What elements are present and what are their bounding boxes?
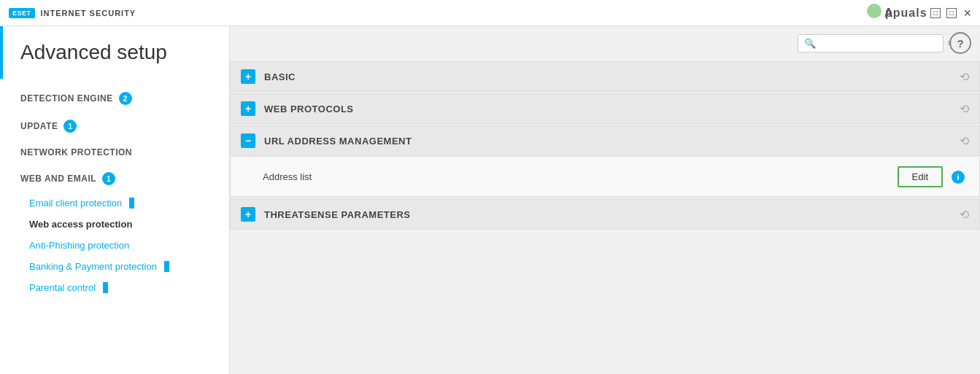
threatsense-toggle-icon[interactable]: + [241,207,255,222]
sidebar-item-network-protection[interactable]: NETWORK PROTECTION [0,140,229,165]
svg-point-0 [867,4,881,18]
sidebar-item-update[interactable]: UPDATE 1 [0,112,229,140]
url-mgmt-content: Address list Edit i [230,157,980,198]
nav-item-label: DETECTION ENGINE [20,93,113,104]
eset-badge: ESET [9,8,35,18]
eset-logo: ESET INTERNET SECURITY [9,8,136,18]
appuals-logo: ppuals A [852,2,940,24]
sidebar-item-banking-payment[interactable]: Banking & Payment protection 1 [0,256,229,277]
edit-button[interactable]: Edit [898,166,943,187]
product-name: INTERNET SECURITY [41,9,136,17]
web-protocols-toggle-icon[interactable]: + [241,101,255,116]
section-basic[interactable]: + BASIC ⟲ [230,61,980,92]
web-and-email-badge: 1 [102,172,115,185]
sub-item-label: Web access protection [29,219,132,230]
web-protocols-title: WEB PROTOCOLS [264,104,952,114]
sidebar: Advanced setup DETECTION ENGINE 2 UPDATE… [0,26,230,374]
parental-badge: 1 [103,282,108,293]
sub-item-label: Email client protection [29,198,122,209]
title-bar: ESET INTERNET SECURITY ppuals A □ □ ✕ [0,0,980,26]
maximize-button[interactable]: □ [946,8,957,18]
help-button[interactable]: ? [949,32,971,54]
content-area: 🔍 × ? + BASIC ⟲ + WEB PROTOCOLS ⟲ − URL … [230,26,980,374]
nav-item-label: NETWORK PROTECTION [20,147,132,157]
sub-item-label: Parental control [29,282,96,293]
basic-reset-icon[interactable]: ⟲ [960,70,969,84]
basic-title: BASIC [264,71,952,82]
address-list-label: Address list [263,171,898,182]
url-mgmt-reset-icon[interactable]: ⟲ [960,134,969,148]
sub-item-label: Banking & Payment protection [29,261,157,272]
sub-item-label: Anti-Phishing protection [29,240,129,251]
nav-item-label: WEB AND EMAIL [20,174,96,184]
url-mgmt-toggle-icon[interactable]: − [241,133,255,148]
info-icon[interactable]: i [952,171,965,184]
sidebar-item-web-and-email[interactable]: WEB AND EMAIL 1 [0,165,229,192]
url-mgmt-title: URL ADDRESS MANAGEMENT [264,136,952,147]
sidebar-nav: DETECTION ENGINE 2 UPDATE 1 NETWORK PROT… [0,79,229,304]
sidebar-item-parental-control[interactable]: Parental control 1 [0,277,229,298]
banking-badge: 1 [164,261,169,272]
main-container: Advanced setup DETECTION ENGINE 2 UPDATE… [0,26,980,374]
svg-text:A: A [884,7,893,19]
web-protocols-reset-icon[interactable]: ⟲ [960,102,969,116]
search-box: 🔍 × [798,34,944,52]
detection-engine-badge: 2 [119,92,132,105]
section-url-address-management[interactable]: − URL ADDRESS MANAGEMENT ⟲ [230,125,980,156]
search-input[interactable] [820,38,943,49]
close-button[interactable]: ✕ [962,8,973,18]
threatsense-reset-icon[interactable]: ⟲ [960,208,969,222]
section-threatsense[interactable]: + THREATSENSE PARAMETERS ⟲ [230,199,980,230]
page-title: Advanced setup [0,26,229,79]
email-protection-badge: 2 [129,198,134,209]
nav-item-label: UPDATE [20,121,58,131]
search-icon: 🔍 [804,38,816,49]
window-controls: □ □ ✕ [930,8,973,18]
sidebar-item-email-client-protection[interactable]: Email client protection 2 [0,192,229,214]
section-web-protocols[interactable]: + WEB PROTOCOLS ⟲ [230,93,980,124]
sidebar-item-anti-phishing[interactable]: Anti-Phishing protection [0,235,229,256]
sidebar-item-web-access-protection[interactable]: Web access protection [0,214,229,235]
basic-toggle-icon[interactable]: + [241,69,255,84]
address-list-row: Address list Edit i [231,157,979,197]
sidebar-item-detection-engine[interactable]: DETECTION ENGINE 2 [0,85,229,112]
content-header: 🔍 × ? [230,26,980,60]
threatsense-title: THREATSENSE PARAMETERS [264,209,952,220]
minimize-button[interactable]: □ [930,8,941,18]
update-badge: 1 [63,120,77,133]
